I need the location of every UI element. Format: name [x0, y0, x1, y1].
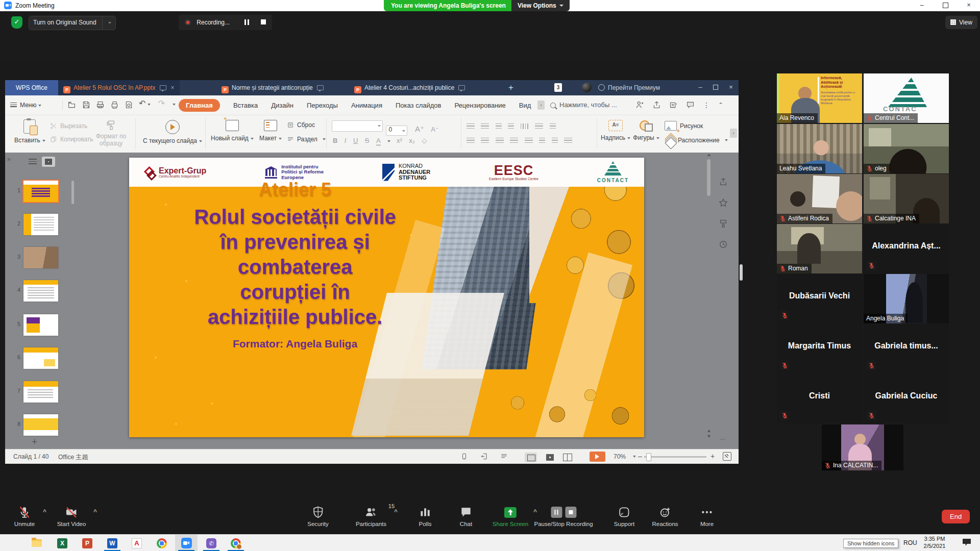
- slide-thumbnail-8[interactable]: [23, 414, 58, 436]
- more-commands-icon[interactable]: [173, 104, 176, 106]
- tab-design[interactable]: Дизайн: [271, 102, 293, 109]
- taskbar-word[interactable]: W: [101, 535, 124, 551]
- participants-caret[interactable]: ^: [394, 508, 398, 515]
- view-options-button[interactable]: View Options: [511, 0, 570, 11]
- taskbar-acrobat[interactable]: A: [126, 535, 148, 551]
- zoom-in-button[interactable]: +: [710, 452, 715, 460]
- unmute-button[interactable]: Unmute: [14, 505, 35, 527]
- save-icon[interactable]: [82, 101, 90, 109]
- textbox-button[interactable]: A≡ Надпись: [600, 120, 631, 142]
- slide-thumbnail-6[interactable]: [23, 347, 58, 369]
- taskbar-chrome-profile[interactable]: [225, 535, 247, 551]
- new-note-icon[interactable]: [669, 101, 678, 109]
- participant-tile-ina-calcatinge[interactable]: Ina CALCATIN...: [822, 424, 903, 470]
- wps-restore-button[interactable]: [708, 80, 723, 95]
- close-button[interactable]: ×: [958, 0, 980, 11]
- wps-home-tab[interactable]: WPS Office: [5, 80, 58, 95]
- paste-button[interactable]: Вставить: [14, 119, 45, 144]
- thumbnail-view-icon[interactable]: [42, 157, 55, 167]
- more-tabs-button[interactable]: ›: [537, 101, 545, 110]
- doc-tab-atelier5[interactable]: PAtelier 5 Rolul OSC în AP.pptx×: [58, 80, 180, 95]
- support-button[interactable]: Support: [614, 505, 634, 527]
- thumb-scrollbar[interactable]: [71, 181, 74, 204]
- reading-view-button[interactable]: [563, 454, 572, 461]
- tab-slideshow[interactable]: Показ слайдов: [396, 102, 442, 109]
- section-button[interactable]: Раздел: [287, 136, 326, 143]
- document-scrollbar[interactable]: [705, 154, 712, 448]
- slide-thumbnail-1[interactable]: [23, 181, 58, 202]
- slide-thumbnail-7[interactable]: [23, 381, 58, 403]
- zoom-out-button[interactable]: –: [638, 452, 642, 460]
- arrange-button[interactable]: Расположение: [665, 135, 728, 146]
- audio-options-caret[interactable]: ^: [43, 508, 46, 515]
- open-file-icon[interactable]: [67, 101, 76, 109]
- history-icon[interactable]: [719, 240, 728, 249]
- handoff-icon[interactable]: [480, 453, 488, 460]
- slide-thumbnail-4[interactable]: [23, 280, 58, 302]
- start-video-button[interactable]: Start Video: [57, 505, 86, 527]
- chat-button[interactable]: Chat: [459, 505, 473, 527]
- taskbar-clock[interactable]: 3:35 PM 2/5/2021: [919, 536, 950, 549]
- doc-tab-atelier4[interactable]: PAtelier 4 Costuri...achiziții publice: [349, 80, 470, 95]
- participant-tile-ala-revenco[interactable]: Informează, Abilitează și Acționează! So…: [777, 73, 862, 123]
- start-button[interactable]: [1, 535, 23, 551]
- scrollbar-handle[interactable]: [707, 159, 710, 196]
- slide-thumbnail-2[interactable]: [23, 214, 58, 235]
- taskbar-zoom[interactable]: [175, 535, 198, 551]
- end-meeting-button[interactable]: End: [942, 510, 970, 523]
- taskbar-file-explorer[interactable]: [26, 535, 48, 551]
- favorites-icon[interactable]: [719, 198, 728, 207]
- restore-button[interactable]: [934, 0, 957, 11]
- pause-recording-button[interactable]: [243, 15, 250, 30]
- collapse-ribbon-icon[interactable]: ⌃: [718, 102, 723, 109]
- font-size-select[interactable]: 0: [386, 126, 407, 136]
- account-avatar[interactable]: [582, 83, 592, 92]
- share-screen-button[interactable]: Share Screen: [493, 505, 528, 527]
- new-tab-button[interactable]: +: [508, 80, 513, 95]
- taskbar-viber[interactable]: ✆: [200, 535, 223, 551]
- slide-thumbnail-5[interactable]: [23, 314, 58, 336]
- more-button[interactable]: More: [700, 505, 714, 527]
- tab-transitions[interactable]: Переходы: [307, 102, 338, 109]
- tab-view[interactable]: Вид: [519, 102, 531, 109]
- slide-sorter-button[interactable]: [546, 454, 554, 461]
- normal-view-button[interactable]: [525, 453, 537, 462]
- original-sound-button[interactable]: Turn on Original Sound: [29, 16, 116, 30]
- share-view-divider-handle[interactable]: [740, 264, 743, 281]
- reset-button[interactable]: Сброс: [287, 121, 315, 129]
- participant-tile-margarita-timus[interactable]: Margarita Timus: [777, 324, 862, 373]
- zoom-level[interactable]: 70%: [614, 453, 626, 460]
- participant-tile-centrul-contact[interactable]: CONTAC Centrul Cont...: [864, 73, 949, 123]
- outline-view-icon[interactable]: [29, 159, 37, 165]
- share-pane-icon[interactable]: [719, 177, 728, 186]
- previous-slide-button[interactable]: ▲▼: [705, 428, 713, 439]
- picture-button[interactable]: Рисунок: [665, 121, 703, 131]
- comment-icon[interactable]: [686, 101, 695, 109]
- video-options-caret[interactable]: ^: [93, 508, 97, 515]
- device-icon[interactable]: [460, 453, 468, 460]
- participant-tile-calcatinge-ina[interactable]: Calcatinge INA: [864, 174, 949, 223]
- fit-window-button[interactable]: [723, 452, 731, 461]
- pause-stop-recording-button[interactable]: Pause/Stop Recording: [534, 505, 593, 527]
- ribbon-search[interactable]: Нажмите, чтобы ...: [550, 95, 617, 115]
- font-name-select[interactable]: [332, 120, 383, 132]
- share-doc-icon[interactable]: [652, 101, 661, 109]
- original-sound-dropdown[interactable]: [102, 16, 111, 30]
- participant-tile-alexandrina[interactable]: Alexandrina Așt...: [864, 224, 949, 273]
- gallery-view-button[interactable]: View: [945, 16, 977, 29]
- layout-button[interactable]: Макет: [256, 120, 285, 142]
- slide-thumbnail-3[interactable]: [23, 247, 58, 268]
- participants-button[interactable]: 15 Participants: [356, 505, 386, 527]
- participant-tile-cristi[interactable]: Cristi: [777, 374, 862, 423]
- participant-tile-leahu-svetlana[interactable]: Leahu Svetlana: [777, 124, 862, 173]
- print-icon[interactable]: [110, 101, 119, 109]
- scroll-up-icon[interactable]: [707, 154, 711, 156]
- taskbar-powerpoint[interactable]: P: [76, 535, 99, 551]
- new-slide-button[interactable]: Новый слайд: [210, 120, 254, 142]
- zoom-slider-handle[interactable]: [646, 453, 651, 461]
- tab-count-badge[interactable]: 3: [554, 83, 562, 92]
- print-preview-icon[interactable]: [96, 101, 105, 109]
- more-ribbon-button[interactable]: ›: [730, 129, 737, 138]
- notes-icon[interactable]: [500, 453, 508, 460]
- polls-button[interactable]: Polls: [419, 505, 432, 527]
